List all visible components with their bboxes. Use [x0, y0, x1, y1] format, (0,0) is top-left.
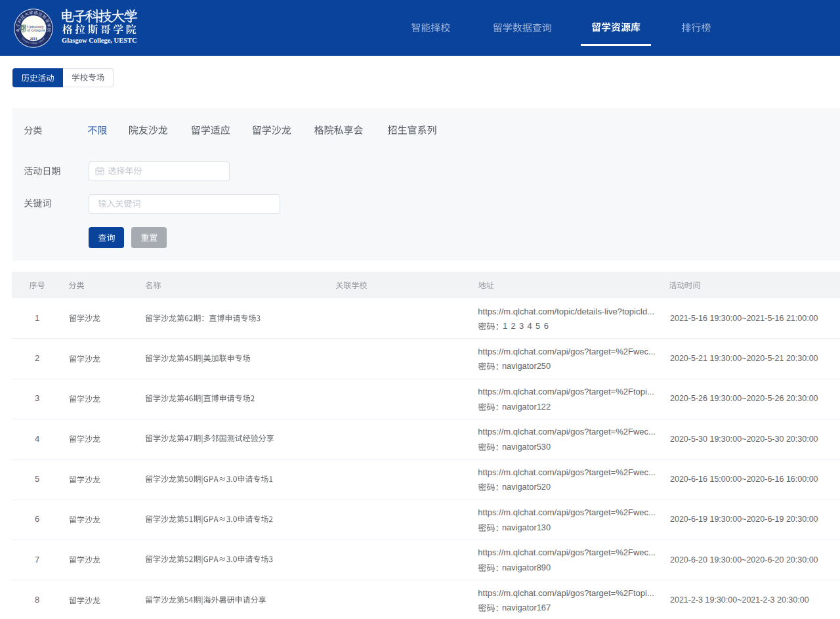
svg-text:2013: 2013	[30, 37, 37, 41]
svg-text:of Glasgow: of Glasgow	[27, 28, 45, 32]
